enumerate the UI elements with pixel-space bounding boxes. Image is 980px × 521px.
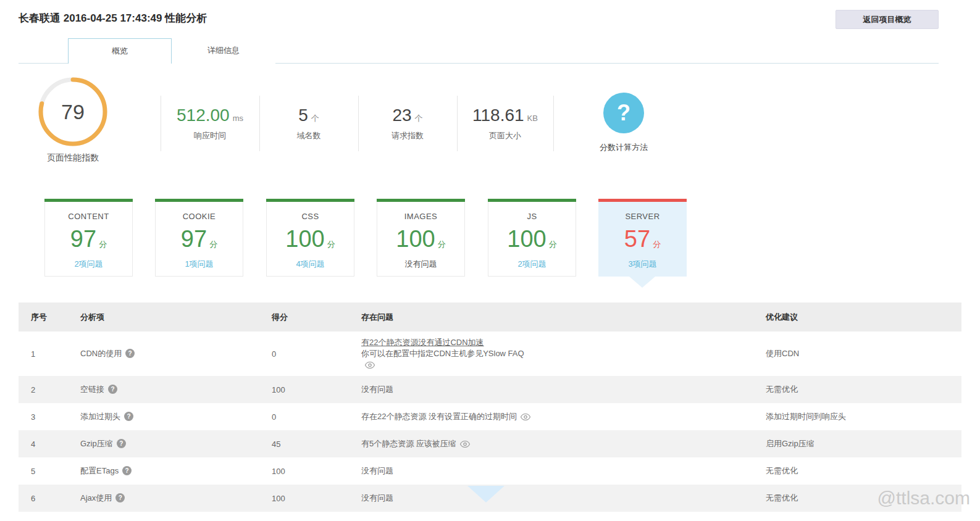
performance-gauge: 79 页面性能指数: [36, 75, 110, 164]
question-icon[interactable]: ?: [125, 349, 135, 358]
gauge-value: 79: [36, 75, 110, 149]
stat-page-size: 118.61KB 页面大小: [457, 98, 553, 149]
question-icon[interactable]: ?: [115, 493, 125, 502]
row-number: 1: [31, 349, 80, 359]
stat-value: 5: [298, 106, 308, 125]
tab-details[interactable]: 详细信息: [172, 38, 275, 64]
row-score: 100: [272, 467, 361, 476]
score-calculation-help: ? 分数计算方法: [583, 93, 664, 153]
issue-text: 没有问题: [361, 465, 766, 477]
card-issues-text: 没有问题: [405, 259, 437, 270]
stat-label: 域名数: [297, 130, 321, 141]
stat-request-count: 23个 请求指数: [358, 98, 457, 149]
table-row: 3 添加过期头? 0 存在22个静态资源 没有设置正确的过期时间 添加过期时间到…: [19, 403, 961, 430]
card-score-unit: 分: [327, 240, 335, 249]
analysis-table: 序号 分析项 得分 存在问题 优化建议 1 CDN的使用? 0 有22个静态资源…: [19, 302, 961, 512]
card-score: 100: [396, 226, 435, 252]
eye-icon[interactable]: [365, 362, 375, 369]
card-name: IMAGES: [404, 212, 438, 221]
table-row: 4 Gzip压缩? 45 有5个静态资源 应该被压缩 启用Gzip压缩: [19, 430, 961, 457]
card-score-unit: 分: [99, 240, 107, 249]
card-issues-link[interactable]: 2项问题: [517, 259, 546, 270]
card-issues-link[interactable]: 4项问题: [296, 259, 324, 270]
row-score: 45: [272, 440, 361, 449]
eye-icon[interactable]: [460, 441, 470, 448]
stat-response-time: 512.00ms 响应时间: [161, 98, 259, 149]
header-cell-advice: 优化建议: [766, 312, 961, 323]
tab-overview[interactable]: 概览: [68, 38, 172, 64]
stat-unit: KB: [527, 114, 538, 123]
stat-label: 请求指数: [392, 130, 424, 141]
issue-text: 存在22个静态资源 没有设置正确的过期时间: [361, 412, 517, 421]
stat-unit: 个: [311, 114, 319, 123]
row-number: 6: [31, 494, 80, 503]
card-name: CONTENT: [68, 212, 109, 221]
card-name: COOKIE: [183, 212, 216, 221]
stat-value: 512.00: [177, 106, 230, 125]
question-icon[interactable]: ?: [122, 466, 132, 475]
category-card-cookie[interactable]: COOKIE 97分 1项问题: [155, 199, 243, 277]
card-score-unit: 分: [549, 240, 557, 249]
category-card-css[interactable]: CSS 100分 4项问题: [266, 199, 354, 277]
card-score: 97: [181, 226, 207, 252]
card-score: 97: [70, 226, 96, 252]
card-score-unit: 分: [653, 240, 661, 249]
row-score: 0: [272, 349, 361, 359]
category-card-content[interactable]: CONTENT 97分 2项问题: [44, 199, 133, 277]
card-issues-link[interactable]: 1项问题: [185, 259, 213, 270]
stat-unit: 个: [415, 114, 423, 123]
category-card-js[interactable]: JS 100分 2项问题: [488, 199, 576, 277]
header-cell-issue: 存在问题: [361, 312, 766, 323]
row-advice: 无需优化: [766, 465, 961, 477]
header-cell-item: 分析项: [80, 312, 272, 323]
card-issues-link[interactable]: 3项问题: [628, 259, 656, 270]
stat-label: 响应时间: [194, 130, 226, 141]
card-score: 100: [507, 226, 546, 252]
row-number: 2: [31, 385, 80, 394]
issue-text: 没有问题: [361, 493, 766, 504]
card-name: CSS: [301, 212, 319, 221]
eye-icon[interactable]: [521, 414, 530, 420]
row-advice: 添加过期时间到响应头: [766, 411, 961, 422]
table-row: 2 空链接? 100 没有问题 无需优化: [19, 376, 961, 403]
issue-text: 没有问题: [361, 384, 766, 395]
back-to-project-overview-button[interactable]: 返回项目概览: [836, 10, 939, 29]
row-advice: 无需优化: [766, 384, 961, 395]
card-score: 100: [285, 226, 324, 252]
question-icon[interactable]: ?: [603, 93, 644, 133]
row-item: Gzip压缩: [80, 439, 113, 448]
category-card-images[interactable]: IMAGES 100分 没有问题: [377, 199, 465, 277]
card-name: SERVER: [625, 212, 660, 221]
watermark: @ttlsa.com: [877, 488, 970, 509]
issue-text: 你可以在配置中指定CDN主机参见YSlow FAQ: [361, 348, 766, 359]
category-card-server[interactable]: SERVER 57分 3项问题: [598, 199, 687, 277]
stat-value: 23: [392, 106, 411, 125]
card-name: JS: [527, 212, 537, 221]
card-score: 57: [624, 226, 650, 252]
row-item: Ajax使用: [80, 493, 112, 502]
table-row: 1 CDN的使用? 0 有22个静态资源没有通过CDN加速 你可以在配置中指定C…: [19, 331, 961, 376]
issue-link[interactable]: 有22个静态资源没有通过CDN加速: [361, 338, 484, 347]
card-issues-link[interactable]: 2项问题: [74, 259, 103, 270]
table-header-row: 序号 分析项 得分 存在问题 优化建议: [19, 302, 961, 331]
card-score-unit: 分: [438, 240, 446, 249]
server-card-selection-tail: [629, 277, 655, 288]
stat-domain-count: 5个 域名数: [259, 98, 358, 149]
row-item: 空链接: [80, 385, 104, 394]
issue-text: 有5个静态资源 应该被压缩: [361, 439, 456, 448]
row-advice: 启用Gzip压缩: [766, 438, 961, 449]
question-icon[interactable]: ?: [124, 412, 133, 421]
stat-label: 页面大小: [489, 130, 521, 141]
stat-divider: [553, 96, 554, 151]
scroll-down-indicator[interactable]: [467, 486, 505, 502]
question-icon[interactable]: ?: [117, 439, 126, 448]
table-row: 5 配置ETags? 100 没有问题 无需优化: [19, 457, 961, 485]
row-item: 添加过期头: [80, 412, 120, 421]
question-icon[interactable]: ?: [108, 385, 117, 394]
stat-unit: ms: [233, 114, 243, 123]
gauge-label: 页面性能指数: [36, 152, 110, 164]
row-item: 配置ETags: [80, 466, 119, 475]
row-score: 100: [272, 385, 361, 394]
row-number: 3: [31, 412, 80, 422]
row-score: 100: [272, 494, 361, 503]
